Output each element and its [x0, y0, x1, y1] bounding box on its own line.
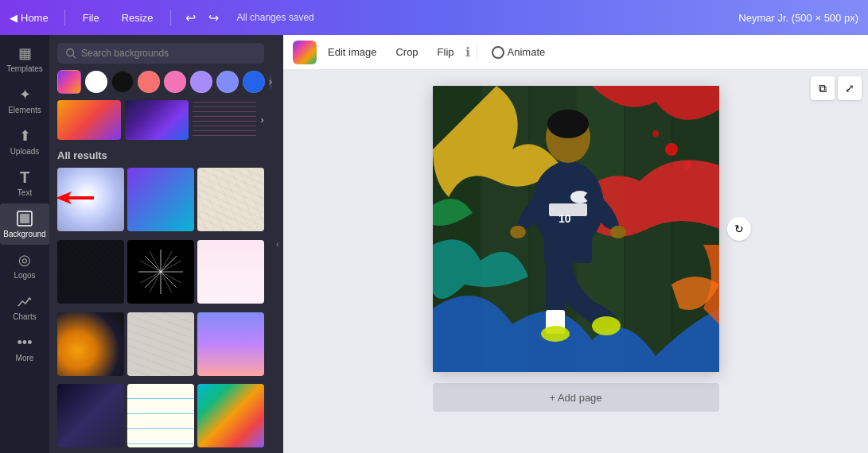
elements-icon: ✦ [16, 86, 33, 103]
sidebar-item-elements[interactable]: ✦ Elements [0, 79, 49, 121]
back-button[interactable]: ◀ Home [10, 12, 49, 24]
swatch-pink[interactable] [164, 71, 186, 93]
topbar-divider-2 [170, 10, 171, 25]
bg-preview-arrow[interactable]: › [260, 114, 264, 126]
templates-label: Templates [6, 64, 43, 73]
toolbar: Edit image Crop Flip ℹ Animate [283, 35, 868, 70]
swatch-gradient[interactable] [57, 70, 81, 94]
left-panel: › › All results [49, 35, 272, 453]
bg-preview-pink-lines[interactable] [193, 100, 256, 140]
bg-grid-item-sky-purple[interactable] [197, 312, 264, 376]
back-icon: ◀ [10, 12, 18, 24]
bg-grid-item-white-crumple[interactable] [197, 168, 264, 231]
uploads-icon: ⬆ [16, 127, 33, 145]
toolbar-divider [477, 45, 477, 60]
fireworks-svg [133, 244, 189, 300]
crop-button[interactable]: Crop [387, 43, 426, 61]
svg-line-10 [145, 272, 161, 288]
topbar: ◀ Home File Resize ↩ ↪ All changes saved… [0, 0, 868, 35]
bg-grid-item-purple-teal[interactable] [127, 168, 194, 231]
duplicate-button[interactable]: ⧉ [811, 76, 835, 100]
background-grid [49, 168, 272, 453]
resize-menu[interactable]: Resize [114, 9, 162, 27]
bg-grid-item-bokeh-warm[interactable] [57, 312, 124, 376]
color-palette-button[interactable] [293, 41, 317, 64]
more-label: More [16, 354, 34, 362]
swatch-blue[interactable] [243, 71, 265, 93]
swatch-purple[interactable] [190, 71, 212, 93]
sidebar-item-uploads[interactable]: ⬆ Uploads [0, 121, 49, 162]
svg-point-49 [541, 326, 570, 342]
search-input[interactable] [81, 48, 256, 59]
canvas-image[interactable]: 10 [433, 86, 719, 372]
svg-line-8 [161, 272, 177, 288]
logos-label: Logos [14, 271, 35, 280]
player-image: 10 [433, 86, 719, 372]
bg-grid-item-lined-paper[interactable] [127, 384, 194, 447]
undo-button[interactable]: ↩ [181, 9, 200, 27]
bg-grid-item-dark-texture[interactable] [57, 240, 124, 304]
logos-icon: ◎ [16, 251, 33, 269]
home-label[interactable]: Home [21, 12, 49, 24]
more-icon: ••• [16, 334, 33, 351]
svg-point-48 [592, 316, 621, 335]
flip-button[interactable]: Flip [430, 43, 462, 61]
background-icon [16, 210, 33, 227]
sidebar-icons: ▦ Templates ✦ Elements ⬆ Uploads T Text … [0, 35, 49, 453]
text-label: Text [18, 188, 32, 197]
swatch-violet[interactable] [216, 71, 239, 93]
sidebar-item-templates[interactable]: ▦ Templates [0, 38, 49, 79]
text-icon: T [16, 168, 33, 186]
bg-grid-item-pink-soft[interactable] [197, 240, 264, 304]
bg-preview-nebula[interactable] [125, 100, 189, 140]
canvas-refresh-button[interactable]: ↻ [727, 217, 751, 241]
sidebar-item-logos[interactable]: ◎ Logos [0, 245, 49, 286]
sidebar-item-more[interactable]: ••• More [0, 327, 49, 369]
bg-grid-item-bokeh[interactable] [57, 168, 124, 231]
svg-line-3 [73, 56, 76, 59]
search-icon [65, 48, 76, 59]
canvas-wrapper: 10 ↻ [433, 86, 719, 372]
search-bar [57, 43, 264, 64]
charts-label: Charts [13, 312, 36, 321]
elements-label: Elements [8, 106, 41, 114]
bg-grid-item-space[interactable] [57, 384, 124, 447]
background-label: Background [3, 230, 45, 238]
svg-rect-1 [20, 214, 29, 223]
sidebar-item-background[interactable]: Background [0, 203, 49, 245]
panel-collapse-handle[interactable]: ‹ [272, 35, 283, 453]
swatch-black[interactable] [111, 71, 134, 93]
player-svg: 10 [488, 94, 648, 364]
svg-point-39 [547, 110, 589, 138]
edit-image-button[interactable]: Edit image [320, 43, 384, 61]
all-results-label: All results [49, 146, 272, 168]
add-page-bar[interactable]: + Add page [433, 383, 719, 412]
file-menu[interactable]: File [75, 9, 107, 27]
file-title: Neymar Jr. (500 × 500 px) [738, 12, 858, 24]
bg-grid-item-rainbow[interactable] [197, 384, 264, 447]
canvas-tools: ⧉ ⤢ [811, 76, 862, 100]
animate-label: Animate [508, 46, 546, 58]
swatch-red[interactable] [138, 71, 160, 93]
sidebar-item-charts[interactable]: Charts [0, 286, 49, 327]
svg-point-43 [510, 226, 526, 238]
svg-text:10: 10 [559, 212, 571, 225]
bg-grid-item-fireworks[interactable] [127, 240, 194, 304]
bg-preview-row: › [49, 100, 272, 146]
animate-circle-icon [492, 46, 504, 59]
canvas-area: ⧉ ⤢ [283, 70, 868, 453]
main-content: ▦ Templates ✦ Elements ⬆ Uploads T Text … [0, 35, 868, 453]
animate-button[interactable]: Animate [484, 43, 554, 62]
selection-arrow [57, 188, 95, 207]
topbar-divider-1 [64, 10, 65, 25]
redo-button[interactable]: ↪ [204, 9, 224, 27]
expand-button[interactable]: ⤢ [838, 76, 862, 100]
bg-grid-item-white-crumple-2[interactable] [127, 312, 194, 376]
bg-preview-orange[interactable] [57, 100, 121, 140]
sidebar-item-text[interactable]: T Text [0, 162, 49, 203]
uploads-label: Uploads [10, 147, 40, 156]
swatch-white[interactable] [85, 71, 107, 93]
undo-redo-group: ↩ ↪ [181, 9, 224, 27]
svg-point-44 [610, 226, 626, 238]
info-icon[interactable]: ℹ [465, 45, 470, 60]
